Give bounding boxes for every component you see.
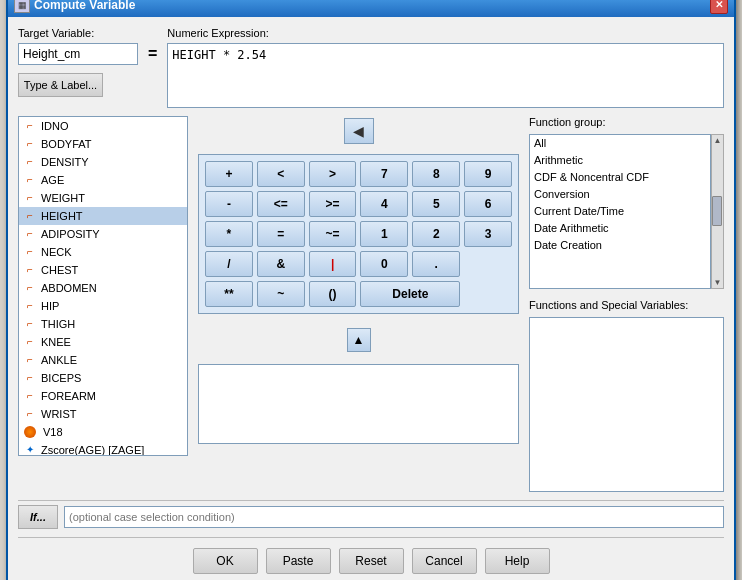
list-item[interactable]: ⌐ABDOMEN [19,279,187,297]
list-item[interactable]: ⌐DENSITY [19,153,187,171]
list-item-selected[interactable]: ⌐HEIGHT [19,207,187,225]
arrow-button-area: ◀ [198,116,519,146]
if-condition-input[interactable] [64,506,724,528]
calc-dot[interactable]: . [412,251,460,277]
numeric-expression-section: Numeric Expression: HEIGHT * 2.54 [167,27,724,108]
type-label-button[interactable]: Type & Label... [18,73,103,97]
numeric-expression-label: Numeric Expression: [167,27,724,39]
help-button[interactable]: Help [485,548,550,574]
list-item[interactable]: ⌐AGE [19,171,187,189]
up-arrow-button[interactable]: ▲ [347,328,371,352]
window-body: Target Variable: Type & Label... = Numer… [8,17,734,581]
target-variable-input[interactable] [18,43,138,65]
function-group-list: All Arithmetic CDF & Noncentral CDF Conv… [529,134,711,289]
list-item[interactable]: ⌐BICEPS [19,369,187,387]
window-icon: ▦ [14,0,30,13]
center-section: ◀ + < > 7 8 9 - <= >= 4 5 6 * [198,116,519,492]
calc-8[interactable]: 8 [412,161,460,187]
ruler-icon: ⌐ [23,300,37,312]
calc-4[interactable]: 4 [360,191,408,217]
ruler-icon: ⌐ [23,408,37,420]
calc-0[interactable]: 0 [360,251,408,277]
if-button[interactable]: If... [18,505,58,529]
list-item[interactable]: ⌐KNEE [19,333,187,351]
calc-parens[interactable]: () [309,281,357,307]
calc-eq[interactable]: = [257,221,305,247]
calc-not[interactable]: ~ [257,281,305,307]
list-item[interactable]: ⌐THIGH [19,315,187,333]
ok-button[interactable]: OK [193,548,258,574]
calc-gt[interactable]: > [309,161,357,187]
list-item[interactable]: ⌐WEIGHT [19,189,187,207]
list-item[interactable]: ⌐HIP [19,297,187,315]
variable-list: ⌐IDNO ⌐BODYFAT ⌐DENSITY ⌐AGE ⌐WEIGHT ⌐HE… [18,116,188,456]
ruler-icon: ⌐ [23,138,37,150]
scrollbar[interactable]: ▲ ▼ [711,134,724,289]
title-bar-left: ▦ Compute Variable [14,0,135,13]
list-item[interactable]: ⌐WRIST [19,405,187,423]
calc-lt[interactable]: < [257,161,305,187]
function-item[interactable]: Date Creation [530,237,710,254]
list-item[interactable]: V18 [19,423,187,441]
calc-power[interactable]: ** [205,281,253,307]
ruler-icon: ⌐ [23,390,37,402]
if-section: If... [18,505,724,529]
close-button[interactable]: ✕ [710,0,728,14]
calc-1[interactable]: 1 [360,221,408,247]
calc-and[interactable]: & [257,251,305,277]
list-item[interactable]: ✦Zscore(AGE) [ZAGE] [19,441,187,456]
calc-lte[interactable]: <= [257,191,305,217]
calc-2[interactable]: 2 [412,221,460,247]
calc-minus[interactable]: - [205,191,253,217]
target-var-row [18,43,138,65]
calc-or[interactable]: | [309,251,357,277]
ruler-icon: ⌐ [23,120,37,132]
calc-multiply[interactable]: * [205,221,253,247]
list-item[interactable]: ⌐BODYFAT [19,135,187,153]
list-item[interactable]: ⌐ANKLE [19,351,187,369]
calc-5[interactable]: 5 [412,191,460,217]
ruler-icon: ⌐ [23,174,37,186]
calc-3[interactable]: 3 [464,221,512,247]
calc-plus[interactable]: + [205,161,253,187]
calc-empty [464,251,512,277]
paste-button[interactable]: Paste [266,548,331,574]
variable-list-container: ⌐IDNO ⌐BODYFAT ⌐DENSITY ⌐AGE ⌐WEIGHT ⌐HE… [18,116,188,492]
up-arrow-area: ▲ [198,328,519,352]
functions-and-special-vars-list [529,317,724,492]
ruler-icon: ⌐ [23,210,37,222]
calc-9[interactable]: 9 [464,161,512,187]
ruler-icon: ⌐ [23,282,37,294]
list-item[interactable]: ⌐ADIPOSITY [19,225,187,243]
function-item[interactable]: Conversion [530,186,710,203]
special-icon [23,426,37,438]
divider2 [18,537,724,538]
calc-7[interactable]: 7 [360,161,408,187]
window-title: Compute Variable [34,0,135,12]
ruler-icon: ⌐ [23,264,37,276]
list-item[interactable]: ⌐FOREARM [19,387,187,405]
divider [18,500,724,501]
calc-delete[interactable]: Delete [360,281,460,307]
calculator-pad: + < > 7 8 9 - <= >= 4 5 6 * = ~= 1 2 [198,154,519,314]
function-item[interactable]: Date Arithmetic [530,220,710,237]
list-item[interactable]: ⌐NECK [19,243,187,261]
list-item[interactable]: ⌐CHEST [19,261,187,279]
calc-neq[interactable]: ~= [309,221,357,247]
function-item[interactable]: Current Date/Time [530,203,710,220]
target-variable-section: Target Variable: Type & Label... [18,27,138,108]
function-item[interactable]: CDF & Noncentral CDF [530,169,710,186]
right-section: Function group: All Arithmetic CDF & Non… [529,116,724,492]
list-item[interactable]: ⌐IDNO [19,117,187,135]
calc-gte[interactable]: >= [309,191,357,217]
calc-6[interactable]: 6 [464,191,512,217]
reset-button[interactable]: Reset [339,548,404,574]
functions-and-special-vars-label: Functions and Special Variables: [529,299,724,311]
arrow-left-button[interactable]: ◀ [344,118,374,144]
function-item[interactable]: All [530,135,710,152]
cancel-button[interactable]: Cancel [412,548,477,574]
numeric-expression-input[interactable]: HEIGHT * 2.54 [167,43,724,108]
function-group-label: Function group: [529,116,724,128]
function-item[interactable]: Arithmetic [530,152,710,169]
calc-divide[interactable]: / [205,251,253,277]
